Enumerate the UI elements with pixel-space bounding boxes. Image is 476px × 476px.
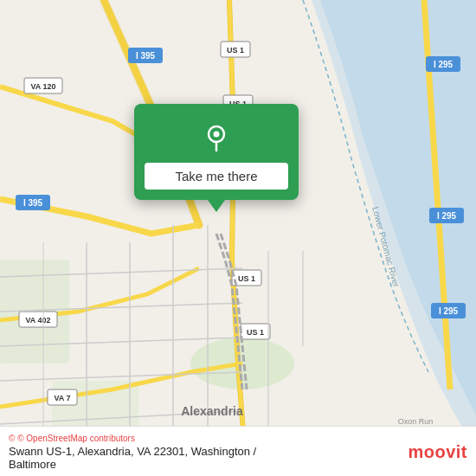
svg-text:I 395: I 395 [136,51,156,61]
svg-point-46 [214,132,220,138]
svg-text:US 1: US 1 [238,274,255,283]
svg-text:US 1: US 1 [227,46,244,55]
svg-text:I 295: I 295 [439,306,459,316]
bottom-left-section: © © OpenStreetMap contributors Swann US-… [9,434,256,471]
address-city: Baltimore [9,458,56,471]
osm-link[interactable]: © OpenStreetMap contributors [17,434,135,443]
bottom-info-bar: © © OpenStreetMap contributors Swann US-… [0,426,476,476]
map-svg: Lower Potomac River I 395 I 395 US 1 US … [0,0,476,476]
attribution-text: © © OpenStreetMap contributors [9,434,256,443]
svg-text:VA 120: VA 120 [30,82,55,91]
svg-text:I 395: I 395 [23,198,43,208]
svg-text:US 1: US 1 [247,328,264,337]
address-main: Swann US-1, Alexandria, VA 22301, Washin… [9,445,256,458]
svg-text:I 295: I 295 [434,60,453,69]
svg-text:I 295: I 295 [437,211,457,221]
copyright-symbol: © [9,434,15,443]
moovit-logo: moovit [408,442,467,462]
take-me-there-button[interactable]: Take me there [145,163,288,190]
svg-text:VA 402: VA 402 [25,316,50,325]
location-popup: Take me there [134,104,299,200]
map-container: Lower Potomac River I 395 I 395 US 1 US … [0,0,476,476]
svg-text:Oxon Run: Oxon Run [398,417,434,426]
moovit-brand-text: moovit [408,442,467,462]
svg-text:Alexandria: Alexandria [181,404,243,418]
location-pin-icon [198,118,235,154]
address-line: Swann US-1, Alexandria, VA 22301, Washin… [9,445,256,471]
svg-text:VA 7: VA 7 [54,394,70,402]
